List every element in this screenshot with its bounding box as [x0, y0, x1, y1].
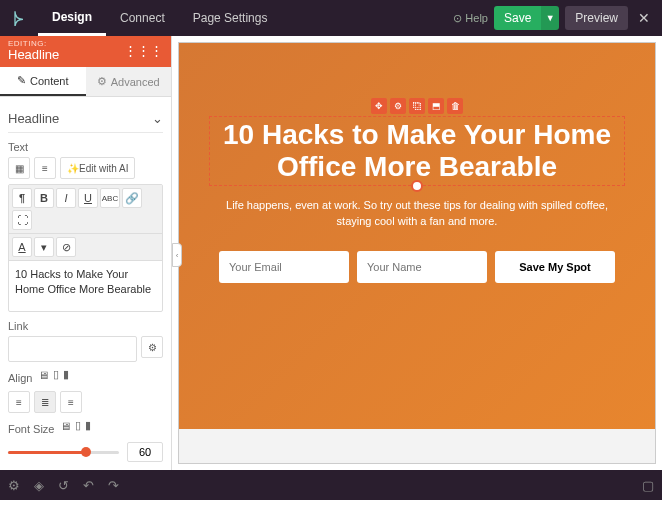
pencil-icon: ✎ [17, 74, 26, 87]
selection-toolbar: ✥ ⚙ ⿻ ⬒ 🗑 [209, 98, 625, 114]
nav-design[interactable]: Design [38, 0, 106, 36]
sliders-icon: ⚙ [97, 75, 107, 88]
save-button[interactable]: Save [494, 6, 541, 30]
move-icon[interactable]: ✥ [371, 98, 387, 114]
paragraph-button[interactable]: ¶ [12, 188, 32, 208]
align-right-button[interactable]: ≡ [60, 391, 82, 413]
settings-icon[interactable]: ⚙ [8, 478, 20, 493]
strike-button[interactable]: ABC [100, 188, 120, 208]
save-dropdown[interactable]: ▼ [541, 6, 559, 30]
close-icon[interactable]: ✕ [634, 10, 654, 26]
dynamic-icon[interactable]: ≡ [34, 157, 56, 179]
responsive-icon[interactable]: ▢ [642, 478, 654, 493]
nav-page-settings[interactable]: Page Settings [179, 0, 282, 36]
section-headline[interactable]: Headline ⌄ [8, 105, 163, 133]
font-size-input[interactable] [127, 442, 163, 462]
settings-icon[interactable]: ⚙ [390, 98, 406, 114]
align-field-label: Align [8, 372, 32, 384]
nav-connect[interactable]: Connect [106, 0, 179, 36]
headline-text-editor[interactable]: 10 Hacks to Make Your Home Office More B… [9, 261, 162, 311]
mobile-icon[interactable]: ▮ [63, 368, 69, 381]
help-link[interactable]: ⊙Help [453, 12, 488, 25]
redo-icon[interactable]: ↷ [108, 478, 119, 493]
submit-button[interactable]: Save My Spot [495, 251, 615, 283]
text-color-button[interactable]: A [12, 237, 32, 257]
email-field[interactable] [219, 251, 349, 283]
text-field-label: Text [8, 141, 163, 153]
italic-button[interactable]: I [56, 188, 76, 208]
tab-content[interactable]: ✎Content [0, 67, 86, 96]
save-element-icon[interactable]: ⬒ [428, 98, 444, 114]
resize-handle[interactable] [411, 180, 423, 192]
database-icon[interactable]: ▦ [8, 157, 30, 179]
canvas-section-footer[interactable] [179, 429, 655, 463]
clear-format-button[interactable]: ⊘ [56, 237, 76, 257]
link-field-label: Link [8, 320, 163, 332]
align-left-button[interactable]: ≡ [8, 391, 30, 413]
history-icon[interactable]: ↺ [58, 478, 69, 493]
tablet-icon[interactable]: ▯ [75, 419, 81, 432]
bottom-toolbar: ⚙ ◈ ↺ ↶ ↷ ▢ [0, 470, 662, 500]
name-field[interactable] [357, 251, 487, 283]
tablet-icon[interactable]: ▯ [53, 368, 59, 381]
preview-button[interactable]: Preview [565, 6, 628, 30]
help-icon: ⊙ [453, 12, 462, 25]
top-nav: Design Connect Page Settings [38, 0, 281, 36]
collapse-sidebar-handle[interactable]: ‹ [172, 243, 182, 267]
desktop-icon[interactable]: 🖥 [38, 369, 49, 381]
sidebar: EDITING: Headline ⋮⋮⋮ ✎Content ⚙Advanced… [0, 36, 172, 470]
headline-text: 10 Hacks to Make Your Home Office More B… [212, 119, 622, 183]
tab-advanced[interactable]: ⚙Advanced [86, 67, 172, 96]
canvas: ‹ ✥ ⚙ ⿻ ⬒ 🗑 10 Hacks to Make Your Home O… [172, 36, 662, 470]
link-input[interactable] [8, 336, 137, 362]
link-button[interactable]: 🔗 [122, 188, 142, 208]
expand-button[interactable]: ⛶ [12, 210, 32, 230]
link-settings-button[interactable]: ⚙ [141, 336, 163, 358]
grip-icon[interactable]: ⋮⋮⋮ [124, 43, 163, 58]
dropdown-button[interactable]: ▾ [34, 237, 54, 257]
duplicate-icon[interactable]: ⿻ [409, 98, 425, 114]
delete-icon[interactable]: 🗑 [447, 98, 463, 114]
font-size-slider[interactable] [8, 451, 119, 454]
editing-element-name: Headline [8, 48, 59, 62]
subheadline-text[interactable]: Life happens, even at work. So try out t… [217, 198, 617, 229]
mobile-icon[interactable]: ▮ [85, 419, 91, 432]
chevron-down-icon: ⌄ [152, 111, 163, 126]
undo-icon[interactable]: ↶ [83, 478, 94, 493]
layers-icon[interactable]: ◈ [34, 478, 44, 493]
bold-button[interactable]: B [34, 188, 54, 208]
headline-element[interactable]: 10 Hacks to Make Your Home Office More B… [209, 116, 625, 186]
align-center-button[interactable]: ≣ [34, 391, 56, 413]
logo-icon[interactable] [0, 10, 38, 26]
desktop-icon[interactable]: 🖥 [60, 420, 71, 432]
underline-button[interactable]: U [78, 188, 98, 208]
font-size-label: Font Size [8, 423, 54, 435]
edit-with-ai-button[interactable]: ✨ Edit with AI [60, 157, 135, 179]
